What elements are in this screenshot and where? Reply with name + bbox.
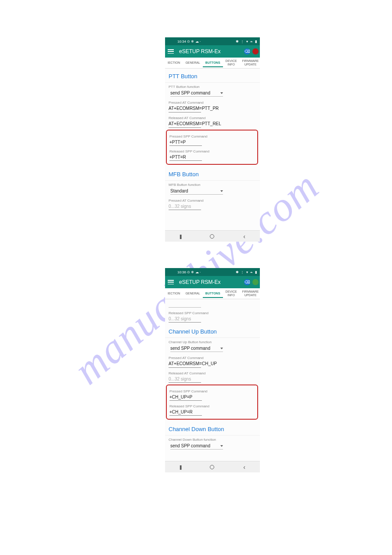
nav-bar: ||| [165,230,260,242]
chup-pressed-spp-label: Pressed SPP Command [168,387,256,393]
status-bar: 10:36 ⊙ ❄ ☁ · ✱ ⋮ ▾ ⫨ ▮ [165,268,260,276]
tab-firmware-update[interactable]: FIRMWARE UPDATE [240,59,260,67]
ptt-function-select[interactable]: send SPP command [170,90,223,97]
status-icons: ✱ ⋮ ▾ ⫨ ▮ [201,270,257,274]
chevron-down-icon [220,348,223,349]
chup-pressed-at-label: Pressed AT Command [165,354,260,360]
mfb-section-title: MFB Button [165,167,260,181]
tab-device-info[interactable]: DEVICE INFO [223,290,240,297]
tab-buttons[interactable]: BUTTONS [203,289,223,298]
tab-connection[interactable]: IECTION [165,292,183,295]
status-time: 10:36 ⊙ ❄ ☁ · [177,270,201,274]
content-area[interactable]: Released SPP Command 0...32 signs Channe… [165,299,260,461]
ptt-function-value: send SPP command [170,91,210,95]
tab-firmware-update[interactable]: FIRMWARE UPDATE [240,290,260,297]
ptt-released-spp-label: Released SPP Command [168,147,256,153]
tab-line: UPDATE [242,63,259,66]
chdown-section-title: Channel Down Button [165,421,260,435]
chdown-function-label: Channel Down Button function [165,435,260,442]
chevron-down-icon [220,190,223,192]
chup-released-at-label: Released AT Command [165,369,260,375]
chup-released-spp-label: Released SPP Command [168,402,256,408]
status-bar: 10:34 ⊙ ❄ ☁ · ✱ ⋮ ▾ ⫨ ▮ [165,37,260,45]
chevron-down-icon [220,92,223,94]
tab-connection[interactable]: IECTION [165,61,183,65]
ptt-released-at-input[interactable]: AT+ECOMRSM=PTT_REL [169,120,201,128]
bluetooth-icon[interactable]: ⌫ [244,279,250,285]
prev-released-spp-input[interactable]: 0...32 signs [169,316,201,323]
app-title: eSETUP RSM-Ex [179,279,220,285]
chup-section-title: Channel Up Button [165,324,260,338]
prev-released-spp-label: Released SPP Command [165,309,260,315]
chup-released-spp-input[interactable]: +CH_UP=R [169,409,202,416]
chup-pressed-spp-input[interactable]: +CH_UP=P [169,394,202,401]
bluetooth-icon[interactable]: ⌫ [244,48,250,54]
menu-icon[interactable] [168,280,174,284]
mfb-pressed-at-label: Pressed AT Command [165,196,260,203]
prev-input-tail[interactable] [169,301,201,308]
tab-line: INFO [226,294,237,297]
tab-device-info[interactable]: DEVICE INFO [223,59,240,67]
ptt-pressed-spp-label: Pressed SPP Command [168,132,256,138]
nav-back-icon[interactable] [243,464,245,471]
ptt-pressed-at-input[interactable]: AT+ECOMRSM=PTT_PR [169,105,201,112]
tab-bar: IECTION GENERAL BUTTONS DEVICE INFO FIRM… [165,288,260,299]
tab-line: DEVICE [226,59,237,63]
status-icons: ✱ ⋮ ▾ ⫨ ▮ [201,40,257,44]
nav-home-icon[interactable] [210,234,214,239]
mfb-function-select[interactable]: Standard [170,188,223,195]
chup-released-at-input[interactable]: 0...32 signs [169,376,201,383]
ptt-pressed-spp-input[interactable]: +PTT=P [169,139,202,146]
screenshot-2: 10:36 ⊙ ❄ ☁ · ✱ ⋮ ▾ ⫨ ▮ eSETUP RSM-Ex ⌫ … [165,268,260,472]
mfb-function-value: Standard [170,189,188,193]
tab-general[interactable]: GENERAL [183,61,202,65]
connection-status-icon[interactable] [252,48,259,54]
chevron-down-icon [220,445,223,447]
status-time: 10:34 ⊙ ❄ ☁ · [177,40,201,44]
highlight-ptt-spp: Pressed SPP Command +PTT=P Released SPP … [166,130,258,165]
chup-function-value: send SPP command [170,346,210,351]
ptt-function-label: PTT Button function [165,83,260,89]
mfb-function-label: MFB Button function [165,181,260,187]
app-bar: eSETUP RSM-Ex ⌫ [165,276,260,288]
tab-line: DEVICE [226,290,237,294]
nav-recent-icon[interactable]: ||| [180,464,181,470]
nav-recent-icon[interactable]: ||| [180,234,181,239]
mfb-pressed-at-input[interactable]: 0...32 signs [169,203,201,210]
nav-bar: ||| [165,461,260,472]
highlight-chup-spp: Pressed SPP Command +CH_UP=P Released SP… [166,385,258,420]
content-area[interactable]: PTT Button PTT Button function send SPP … [165,69,260,230]
ptt-pressed-at-label: Pressed AT Command [165,98,260,105]
ptt-released-at-label: Released AT Command [165,114,260,120]
tab-line: INFO [226,63,237,66]
tab-general[interactable]: GENERAL [183,292,202,295]
app-title: eSETUP RSM-Ex [179,48,220,54]
tab-line: UPDATE [242,294,259,297]
tab-buttons[interactable]: BUTTONS [203,58,223,67]
screenshot-1: 10:34 ⊙ ❄ ☁ · ✱ ⋮ ▾ ⫨ ▮ eSETUP RSM-Ex ⌫ … [165,37,260,242]
menu-icon[interactable] [168,49,174,54]
tab-line: FIRMWARE [242,290,259,294]
chdown-function-select[interactable]: send SPP command [170,443,223,450]
ptt-released-spp-input[interactable]: +PTT=R [169,154,202,161]
nav-back-icon[interactable] [243,233,245,240]
chup-function-select[interactable]: send SPP command [170,345,223,352]
nav-home-icon[interactable] [210,465,214,469]
tab-line: FIRMWARE [242,59,259,63]
app-bar: eSETUP RSM-Ex ⌫ [165,45,260,58]
connection-status-icon[interactable] [252,279,259,285]
chup-function-label: Channel Up Button function [165,338,260,344]
chup-pressed-at-input[interactable]: AT+ECOMRSM=CH_UP [169,360,201,368]
ptt-section-title: PTT Button [165,69,260,83]
tab-bar: IECTION GENERAL BUTTONS DEVICE INFO FIRM… [165,58,260,69]
chdown-function-value: send SPP command [170,443,210,448]
